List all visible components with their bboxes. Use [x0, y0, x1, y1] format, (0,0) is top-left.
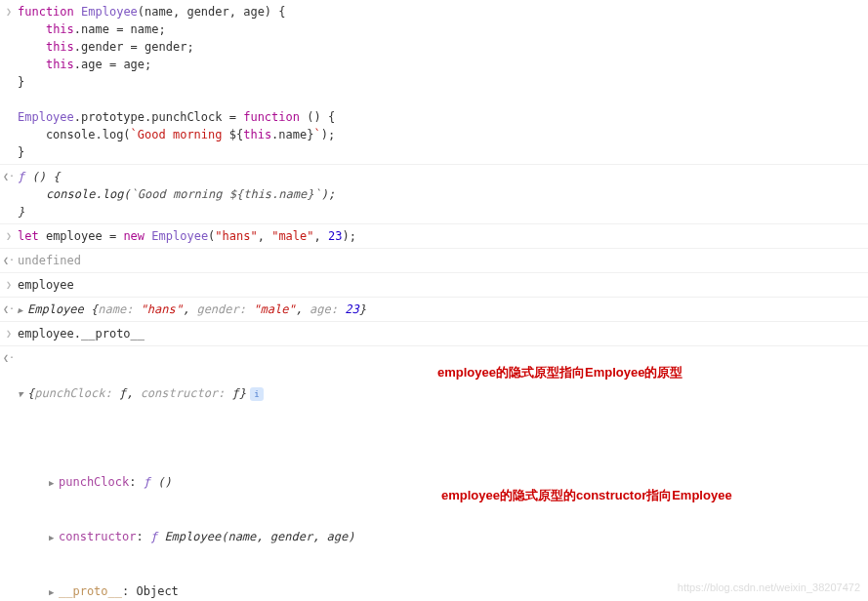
annotation-text: employee的隐式原型的constructor指向Employee	[441, 486, 732, 505]
input-marker-icon: ❯	[0, 2, 18, 19]
input-marker-icon: ❯	[0, 324, 18, 341]
code-input: employee	[18, 275, 868, 295]
console-input-row[interactable]: ❯ let employee = new Employee("hans", "m…	[0, 223, 868, 248]
console-output-row[interactable]: ❮· ▼{punchClock: ƒ, constructor: ƒ}i ▶pu…	[0, 345, 868, 601]
output-object-expanded: ▼{punchClock: ƒ, constructor: ƒ}i ▶punch…	[18, 348, 868, 601]
annotation-text: employee的隐式原型指向Employee的原型	[437, 363, 682, 382]
output-marker-icon: ❮·	[0, 348, 18, 365]
input-marker-icon: ❯	[0, 275, 18, 292]
code-input: employee.__proto__	[18, 324, 868, 343]
output-undefined: undefined	[18, 251, 868, 270]
output-marker-icon: ❮·	[0, 167, 18, 183]
info-icon[interactable]: i	[250, 387, 264, 401]
expand-icon[interactable]: ▶	[49, 477, 59, 491]
console-input-row[interactable]: ❯ employee	[0, 272, 868, 297]
output-marker-icon: ❮·	[0, 300, 18, 316]
output-object[interactable]: ▶Employee {name: "hans", gender: "male",…	[18, 300, 868, 319]
expand-icon[interactable]: ▶	[49, 532, 59, 545]
console-output-row[interactable]: ❮· undefined	[0, 248, 868, 272]
watermark-text: https://blog.csdn.net/weixin_38207472	[678, 580, 860, 596]
expand-icon[interactable]: ▶	[18, 304, 27, 318]
object-summary[interactable]: ▼{punchClock: ƒ, constructor: ƒ}i	[18, 384, 868, 402]
console-input-row[interactable]: ❯ employee.__proto__	[0, 321, 868, 345]
code-input: function Employee(name, gender, age) { t…	[18, 2, 868, 162]
code-input: let employee = new Employee("hans", "mal…	[18, 226, 868, 246]
output-value: ƒ () { console.log(`Good morning ${this.…	[18, 167, 868, 221]
console-output-row[interactable]: ❮· ƒ () { console.log(`Good morning ${th…	[0, 164, 868, 223]
expand-icon[interactable]: ▶	[49, 586, 59, 600]
output-marker-icon: ❮·	[0, 251, 18, 267]
console-output-row[interactable]: ❮· ▶Employee {name: "hans", gender: "mal…	[0, 297, 868, 321]
console-input-row[interactable]: ❯ function Employee(name, gender, age) {…	[0, 0, 868, 164]
input-marker-icon: ❯	[0, 226, 18, 243]
object-property[interactable]: ▶constructor: ƒ Employee(name, gender, a…	[49, 527, 868, 546]
collapse-icon[interactable]: ▼	[18, 388, 27, 402]
